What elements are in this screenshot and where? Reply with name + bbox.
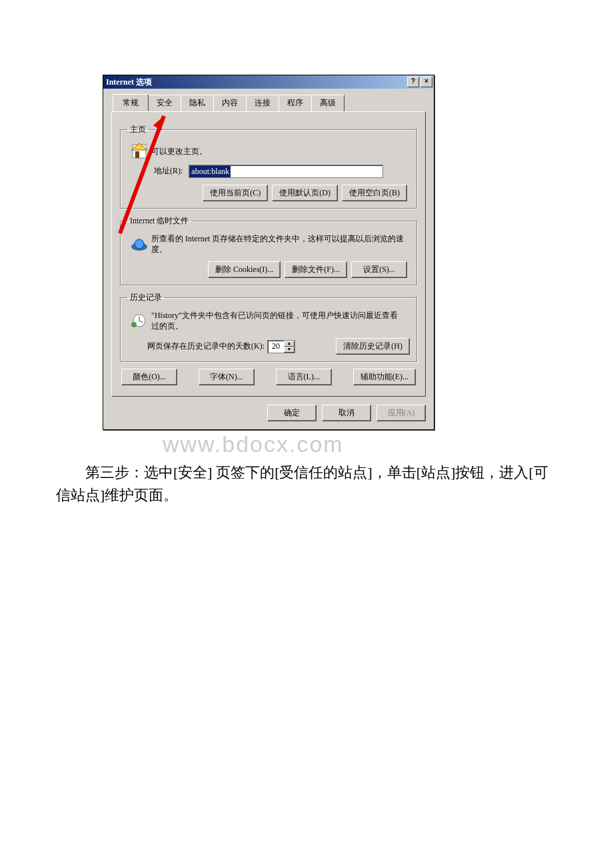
svg-rect-4 xyxy=(135,151,139,158)
internet-options-dialog: Internet 选项 ? × 常规 安全 隐私 内容 连接 程序 高级 主页 xyxy=(103,75,434,430)
close-button[interactable]: × xyxy=(420,77,432,87)
tab-content[interactable]: 内容 xyxy=(213,95,247,112)
use-default-button[interactable]: 使用默认页(D) xyxy=(272,185,338,201)
history-days-spinner[interactable]: 20 ▲ ▼ xyxy=(267,340,295,353)
use-current-button[interactable]: 使用当前页(C) xyxy=(203,185,268,201)
history-days-label: 网页保存在历史记录中的天数(K): xyxy=(147,341,265,352)
tab-general[interactable]: 常规 xyxy=(113,94,149,111)
dialog-button-row: 确定 取消 应用(A) xyxy=(103,399,434,429)
history-group: 历史记录 "History"文件夹中包含有已访问页的链接，可使用户快速访问最近查… xyxy=(120,292,417,362)
settings-button[interactable]: 设置(S)... xyxy=(351,261,407,278)
use-blank-button[interactable]: 使用空白页(B) xyxy=(342,185,407,201)
tab-privacy[interactable]: 隐私 xyxy=(181,95,214,112)
history-days-value: 20 xyxy=(268,341,284,353)
address-input[interactable]: about:blank xyxy=(189,165,383,178)
homepage-group: 主页 可以更改主页。 地址(R): about:blank 使用当前页(C) 使… xyxy=(120,124,417,209)
temp-files-group: Internet 临时文件 所查看的 Internet 页存储在特定的文件夹中，… xyxy=(120,215,417,285)
history-icon xyxy=(127,313,151,329)
history-legend: 历史记录 xyxy=(127,292,165,303)
temp-legend: Internet 临时文件 xyxy=(127,215,191,227)
history-desc: "History"文件夹中包含有已访问页的链接，可使用户快速访问最近查看过的页。 xyxy=(151,310,404,331)
delete-files-button[interactable]: 删除文件(F)... xyxy=(285,261,347,278)
tab-strip: 常规 安全 隐私 内容 连接 程序 高级 xyxy=(113,94,426,111)
instruction-text: 第三步：选中[安全] 页签下的[受信任的站点]，单击[站点]按钮，进入[可信站点… xyxy=(56,461,562,507)
colors-button[interactable]: 颜色(O)... xyxy=(121,369,177,385)
apply-button[interactable]: 应用(A) xyxy=(376,405,426,421)
fonts-button[interactable]: 字体(N)... xyxy=(199,369,255,385)
help-button[interactable]: ? xyxy=(407,77,419,87)
homepage-legend: 主页 xyxy=(127,124,149,135)
homepage-desc: 可以更改主页。 xyxy=(151,146,207,157)
tab-security[interactable]: 安全 xyxy=(148,95,181,112)
temp-files-icon xyxy=(127,236,151,252)
tab-advanced[interactable]: 高级 xyxy=(311,95,344,112)
svg-point-6 xyxy=(135,239,144,249)
ok-button[interactable]: 确定 xyxy=(267,405,316,421)
delete-cookies-button[interactable]: 删除 Cookies(I)... xyxy=(208,261,281,278)
title-bar[interactable]: Internet 选项 ? × xyxy=(103,75,434,89)
address-value: about:blank xyxy=(190,166,231,177)
tab-connections[interactable]: 连接 xyxy=(246,95,279,112)
cancel-button[interactable]: 取消 xyxy=(322,405,371,421)
spinner-down-icon[interactable]: ▼ xyxy=(284,347,295,353)
address-label: 地址(R): xyxy=(154,166,183,175)
tab-programs[interactable]: 程序 xyxy=(279,95,312,112)
temp-desc: 所查看的 Internet 页存储在特定的文件夹中，这样可以提高以后浏览的速度。 xyxy=(151,233,404,255)
svg-point-8 xyxy=(131,322,137,327)
languages-button[interactable]: 语言(L)... xyxy=(276,369,332,385)
home-icon xyxy=(127,142,151,161)
spinner-up-icon[interactable]: ▲ xyxy=(284,341,295,347)
accessibility-button[interactable]: 辅助功能(E)... xyxy=(353,369,416,385)
tab-panel-general: 主页 可以更改主页。 地址(R): about:blank 使用当前页(C) 使… xyxy=(111,111,426,397)
dialog-body: 常规 安全 隐私 内容 连接 程序 高级 主页 可以更改主页。 xyxy=(103,89,434,399)
watermark-text: www.bdocx.com xyxy=(163,431,613,457)
clear-history-button[interactable]: 清除历史记录(H) xyxy=(336,338,410,355)
dialog-title: Internet 选项 xyxy=(103,77,407,88)
